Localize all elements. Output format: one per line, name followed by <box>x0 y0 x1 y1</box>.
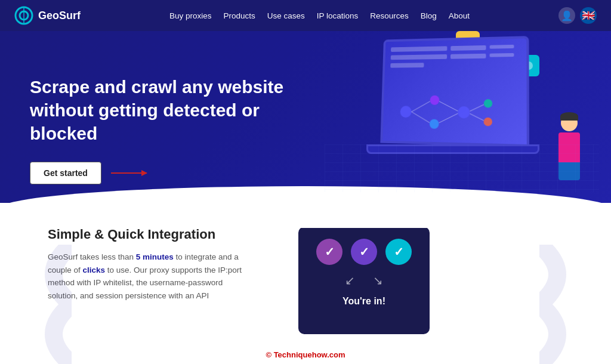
check-violet: ✓ <box>351 239 377 265</box>
hero-title: Scrape and crawl any website without get… <box>30 75 304 145</box>
svg-point-9 <box>458 106 470 118</box>
svg-point-11 <box>484 118 492 127</box>
laptop-screen <box>380 36 529 147</box>
youre-in-label: You're in! <box>342 296 385 307</box>
screen-block-4 <box>391 54 448 60</box>
arrow-right: ↘ <box>373 273 383 288</box>
logo[interactable]: GeoSurf <box>14 6 81 25</box>
logo-icon <box>14 6 33 25</box>
language-selector[interactable]: 🇬🇧 <box>580 7 597 24</box>
highlight-minutes: 5 minutes <box>136 252 174 261</box>
user-account-icon[interactable]: 👤 <box>558 7 575 24</box>
hero-illustration <box>325 31 599 222</box>
navbar: GeoSurf Buy proxies Products Use cases I… <box>0 0 611 31</box>
network-diagram <box>388 88 507 138</box>
watermark-text: © Techniquehow.com <box>266 350 345 359</box>
arrow-left: ↙ <box>345 273 355 288</box>
screen-block-2 <box>450 45 486 51</box>
char-hair <box>560 112 578 121</box>
check-cyan: ✓ <box>385 239 412 265</box>
svg-point-10 <box>484 99 492 107</box>
wave-left-deco <box>0 245 72 364</box>
brand-name: GeoSurf <box>38 10 81 22</box>
flag-glyph: 🇬🇧 <box>582 10 595 21</box>
nav-resources[interactable]: Resources <box>370 11 409 20</box>
hero-content: Scrape and crawl any website without get… <box>30 75 328 184</box>
nav-blog[interactable]: Blog <box>421 11 437 20</box>
grid-floor <box>325 144 599 192</box>
nav-about[interactable]: About <box>449 11 470 20</box>
svg-rect-18 <box>325 144 599 192</box>
arrow-line <box>111 172 147 174</box>
nav-links: Buy proxies Products Use cases IP locati… <box>169 11 470 20</box>
screen-block-3 <box>490 45 514 49</box>
hero-section: Scrape and crawl any website without get… <box>0 31 611 228</box>
hero-cta-wrapper: Get started <box>30 162 328 184</box>
check-arrows: ↙ ↘ <box>310 273 418 288</box>
screen-block-5 <box>450 54 486 59</box>
get-started-button[interactable]: Get started <box>30 162 101 184</box>
svg-line-17 <box>470 113 483 121</box>
navbar-actions: 👤 🇬🇧 <box>558 7 597 24</box>
svg-line-13 <box>411 112 430 122</box>
screen-block-1 <box>391 46 447 52</box>
user-icon-glyph: 👤 <box>561 10 573 21</box>
char-head <box>561 115 578 131</box>
svg-point-8 <box>430 119 439 129</box>
check-purple: ✓ <box>316 239 342 265</box>
watermark: © Techniquehow.com <box>266 350 345 359</box>
integration-body: GeoSurf takes less than 5 minutes to int… <box>48 251 245 302</box>
nav-ip-locations[interactable]: IP locations <box>317 11 359 20</box>
screen-block-6 <box>490 53 514 57</box>
check-icons-row: ✓ ✓ ✓ <box>316 239 412 265</box>
screen-block-7 <box>390 63 424 67</box>
youre-in-card: ✓ ✓ ✓ ↙ ↘ You're in! <box>298 227 430 334</box>
svg-line-14 <box>439 101 458 111</box>
svg-point-7 <box>430 95 440 105</box>
svg-line-12 <box>412 101 430 112</box>
screen-inner <box>382 38 527 144</box>
nav-products[interactable]: Products <box>223 11 255 20</box>
highlight-clicks: clicks <box>83 266 106 274</box>
integration-title: Simple & Quick Integration <box>48 227 274 242</box>
nav-buy-proxies[interactable]: Buy proxies <box>169 11 212 20</box>
integration-content: Simple & Quick Integration GeoSurf takes… <box>48 221 274 302</box>
svg-line-15 <box>439 113 458 124</box>
svg-line-16 <box>470 104 483 111</box>
nav-use-cases[interactable]: Use cases <box>267 11 305 20</box>
arrow-indicator <box>111 172 147 174</box>
svg-point-6 <box>400 106 411 118</box>
wave-right-deco <box>539 245 611 364</box>
